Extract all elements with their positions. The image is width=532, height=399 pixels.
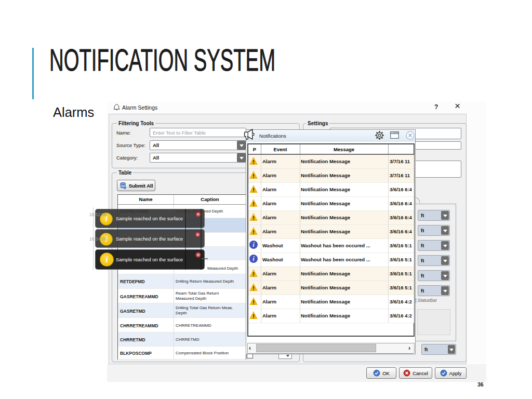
svg-text:NOTIFICATION SYSTEM: NOTIFICATION SYSTEM [49,43,275,77]
